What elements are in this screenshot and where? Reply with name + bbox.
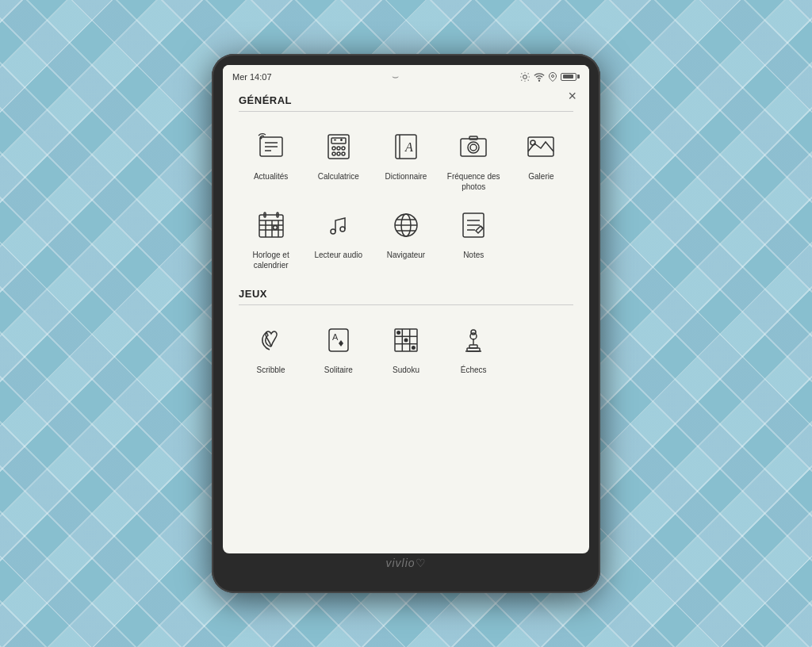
echecs-label: Échecs (461, 365, 487, 375)
jeux-section-title: JEUX (239, 288, 573, 305)
solitaire-icon: A (318, 320, 359, 361)
svg-point-23 (342, 152, 345, 155)
app-navigateur[interactable]: Navigateur (373, 201, 438, 274)
sudoku-icon (385, 320, 427, 361)
sudoku-label: Sudoku (393, 365, 419, 375)
location-icon (548, 71, 557, 82)
app-actualites[interactable]: Actualités (239, 123, 303, 195)
svg-point-45 (273, 226, 277, 230)
dictionnaire-label: Dictionnaire (385, 171, 427, 182)
svg-line-7 (521, 79, 522, 80)
svg-rect-17 (331, 138, 346, 144)
brand-heart: ♡ (416, 557, 427, 569)
brightness-icon (519, 71, 530, 82)
svg-point-67 (412, 346, 416, 350)
galerie-label: Galerie (528, 171, 553, 182)
svg-point-32 (470, 144, 477, 151)
calculatrice-label: Calculatrice (318, 171, 359, 182)
app-sudoku[interactable]: Sudoku (373, 316, 438, 378)
app-frequence-photos[interactable]: Fréquence des photos (442, 123, 506, 195)
status-icons (519, 71, 580, 82)
lecteur-audio-icon (318, 205, 359, 246)
svg-point-0 (523, 75, 527, 78)
horloge-icon (251, 205, 292, 246)
scribble-icon (251, 320, 292, 361)
horloge-label: Horloge et calendrier (240, 250, 301, 270)
svg-point-19 (337, 147, 340, 150)
svg-point-22 (337, 152, 340, 155)
solitaire-label: Solitaire (324, 365, 353, 375)
general-section-title: GÉNÉRAL (239, 94, 573, 112)
svg-point-21 (332, 152, 335, 155)
svg-point-66 (404, 339, 408, 343)
actualites-icon (251, 126, 292, 167)
main-content: GÉNÉRAL (223, 86, 589, 553)
datetime: Mer 14:07 (232, 72, 272, 82)
svg-line-57 (481, 226, 483, 228)
navigateur-icon (385, 205, 427, 246)
app-calculatrice[interactable]: Calculatrice (306, 123, 370, 195)
galerie-icon (520, 126, 561, 167)
frequence-photos-icon (453, 126, 494, 167)
calculatrice-icon (318, 126, 359, 167)
wifi-icon (534, 71, 545, 82)
close-button[interactable]: × (568, 89, 576, 103)
svg-point-9 (538, 80, 539, 81)
svg-point-47 (340, 227, 345, 232)
app-echecs[interactable]: Échecs (442, 316, 506, 378)
notes-icon (453, 205, 494, 246)
general-app-grid: Actualités (239, 123, 573, 274)
svg-point-65 (396, 331, 400, 335)
app-scribble[interactable]: Scribble (239, 316, 303, 378)
jeux-app-grid: Scribble A Solitaire (239, 316, 573, 378)
svg-point-20 (342, 147, 345, 150)
app-solitaire[interactable]: A Solitaire (306, 316, 370, 378)
svg-point-31 (468, 142, 479, 153)
app-lecteur-audio[interactable]: Lecteur audio (306, 201, 370, 274)
svg-point-46 (331, 229, 335, 234)
svg-text:A: A (332, 332, 339, 342)
echecs-icon (453, 320, 494, 361)
svg-point-18 (332, 147, 335, 150)
svg-text:A: A (404, 140, 413, 154)
svg-rect-36 (259, 215, 283, 237)
svg-line-8 (528, 73, 529, 74)
swipe-indicator: ⌣ (392, 70, 399, 83)
svg-point-35 (530, 140, 535, 145)
svg-point-15 (259, 137, 262, 140)
app-galerie[interactable]: Galerie (509, 123, 573, 195)
actualites-label: Actualités (254, 171, 288, 182)
svg-line-4 (528, 79, 529, 80)
svg-line-3 (521, 73, 522, 74)
frequence-photos-label: Fréquence des photos (443, 171, 504, 192)
svg-rect-70 (469, 345, 477, 348)
app-notes[interactable]: Notes (442, 201, 506, 274)
brand-text: vivlio (385, 557, 415, 569)
svg-point-73 (471, 330, 476, 335)
notes-label: Notes (463, 250, 484, 260)
dictionnaire-icon: A (385, 126, 427, 167)
device: Mer 14:07 ⌣ (212, 54, 600, 593)
svg-point-10 (552, 75, 554, 77)
screen: Mer 14:07 ⌣ (223, 65, 589, 553)
svg-rect-33 (469, 136, 477, 140)
lecteur-audio-label: Lecteur audio (314, 250, 362, 260)
battery-icon (561, 73, 580, 81)
app-horloge[interactable]: Horloge et calendrier (239, 201, 303, 274)
device-brand: vivlio♡ (385, 557, 426, 569)
status-bar: Mer 14:07 ⌣ (223, 65, 589, 86)
app-dictionnaire[interactable]: A Dictionnaire (373, 123, 438, 195)
navigateur-label: Navigateur (387, 250, 425, 260)
scribble-label: Scribble (257, 365, 285, 375)
